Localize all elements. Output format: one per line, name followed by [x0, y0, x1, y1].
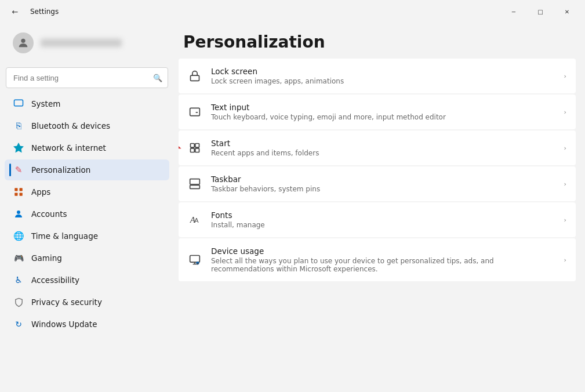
- title-bar: ← Settings − □ ✕: [0, 0, 585, 23]
- nav-label-gaming: Gaming: [31, 253, 161, 263]
- system-icon: [13, 98, 24, 110]
- nav-item-network[interactable]: Network & internet: [5, 137, 169, 158]
- setting-item-lock-screen[interactable]: Lock screen Lock screen images, apps, an…: [179, 59, 576, 93]
- start-desc: Recent apps and items, folders: [211, 149, 555, 157]
- nav-item-personalization[interactable]: ✎ Personalization: [5, 159, 169, 180]
- svg-rect-19: [195, 144, 199, 148]
- nav-label-system: System: [31, 99, 161, 108]
- nav-label-privacy: Privacy & security: [31, 297, 161, 307]
- title-bar-left: ← Settings: [7, 3, 59, 20]
- svg-rect-18: [191, 144, 195, 148]
- svg-text:A: A: [194, 217, 199, 224]
- setting-item-fonts[interactable]: A A Fonts Install, manage ›: [179, 202, 576, 237]
- maximize-button[interactable]: □: [527, 2, 554, 21]
- nav-item-bluetooth[interactable]: ⎘ Bluetooth & devices: [5, 115, 169, 136]
- nav-label-apps: Apps: [31, 187, 161, 197]
- sidebar: 🔍 System ⎘ Bluetooth & devices Network &…: [0, 23, 174, 392]
- user-profile[interactable]: [5, 26, 169, 60]
- time-icon: 🌐: [13, 230, 24, 242]
- text-input-desc: Touch keyboard, voice typing, emoji and …: [211, 113, 555, 121]
- svg-marker-2: [14, 144, 23, 152]
- avatar: [13, 32, 34, 53]
- taskbar-chevron: ›: [564, 180, 566, 188]
- gaming-icon: 🎮: [13, 252, 24, 264]
- taskbar-icon: [188, 177, 202, 191]
- device-usage-title: Device usage: [211, 246, 555, 256]
- setting-item-text-input[interactable]: Text input Touch keyboard, voice typing,…: [179, 95, 576, 129]
- svg-rect-6: [14, 193, 17, 196]
- svg-rect-22: [190, 186, 200, 189]
- device-usage-icon: ✓: [188, 253, 202, 267]
- personalization-icon: ✎: [13, 164, 24, 176]
- nav-label-accessibility: Accessibility: [31, 275, 161, 285]
- nav-label-time: Time & language: [31, 231, 161, 241]
- back-button[interactable]: ←: [7, 3, 23, 20]
- nav-item-accessibility[interactable]: ♿ Accessibility: [5, 270, 169, 291]
- search-icon: 🔍: [153, 74, 162, 82]
- svg-point-7: [17, 210, 20, 214]
- update-icon: ↻: [13, 318, 24, 330]
- setting-item-start[interactable]: Start Recent apps and items, folders ›: [179, 130, 576, 165]
- lock-screen-title: Lock screen: [211, 67, 555, 76]
- accessibility-icon: ♿: [13, 274, 24, 286]
- svg-rect-1: [14, 100, 23, 106]
- fonts-icon: A A: [188, 213, 202, 227]
- nav-label-network: Network & internet: [31, 143, 161, 153]
- svg-rect-5: [20, 193, 23, 196]
- bluetooth-icon: ⎘: [13, 120, 24, 132]
- lock-screen-icon: [188, 69, 202, 83]
- start-chevron: ›: [564, 144, 566, 152]
- main-layout: 🔍 System ⎘ Bluetooth & devices Network &…: [0, 23, 585, 392]
- nav-item-gaming[interactable]: 🎮 Gaming: [5, 248, 169, 268]
- nav-item-update[interactable]: ↻ Windows Update: [5, 314, 169, 335]
- lock-screen-chevron: ›: [564, 72, 566, 80]
- svg-rect-3: [14, 188, 17, 191]
- accounts-icon: [13, 208, 24, 220]
- device-usage-chevron: ›: [564, 256, 566, 264]
- page-title: Personalization: [179, 23, 576, 59]
- nav-item-system[interactable]: System: [5, 93, 169, 114]
- svg-rect-20: [191, 148, 195, 153]
- text-input-icon: [188, 105, 202, 119]
- nav-item-time[interactable]: 🌐 Time & language: [5, 226, 169, 246]
- device-usage-desc: Select all the ways you plan to use your…: [211, 257, 555, 273]
- lock-screen-desc: Lock screen images, apps, animations: [211, 77, 555, 85]
- search-container: 🔍: [6, 67, 168, 88]
- search-input[interactable]: [6, 67, 168, 88]
- setting-item-device-usage[interactable]: ✓ Device usage Select all the ways you p…: [179, 238, 576, 281]
- taskbar-text: Taskbar Taskbar behaviors, system pins: [211, 175, 555, 193]
- nav-label-bluetooth: Bluetooth & devices: [31, 121, 161, 130]
- content-area: Personalization Lock screen Lock screen …: [174, 23, 585, 392]
- fonts-chevron: ›: [564, 216, 566, 224]
- taskbar-desc: Taskbar behaviors, system pins: [211, 185, 555, 193]
- start-icon: [188, 141, 202, 155]
- svg-text:✓: ✓: [197, 263, 199, 265]
- nav-item-apps[interactable]: Apps: [5, 182, 169, 202]
- text-input-chevron: ›: [564, 108, 566, 116]
- nav-item-accounts[interactable]: Accounts: [5, 204, 169, 224]
- setting-item-taskbar[interactable]: Taskbar Taskbar behaviors, system pins ›: [179, 166, 576, 201]
- lock-screen-text: Lock screen Lock screen images, apps, an…: [211, 67, 555, 85]
- red-arrow-annotation: [179, 138, 184, 158]
- text-input-text: Text input Touch keyboard, voice typing,…: [211, 103, 555, 121]
- svg-point-0: [21, 39, 25, 43]
- close-button[interactable]: ✕: [554, 2, 580, 21]
- network-icon: [13, 142, 24, 154]
- taskbar-title: Taskbar: [211, 175, 555, 184]
- fonts-text: Fonts Install, manage: [211, 210, 555, 229]
- user-name: [41, 39, 122, 47]
- svg-rect-9: [190, 108, 200, 115]
- svg-rect-26: [190, 256, 200, 263]
- app-title: Settings: [30, 8, 59, 16]
- device-usage-text: Device usage Select all the ways you pla…: [211, 246, 555, 273]
- text-input-title: Text input: [211, 103, 555, 112]
- nav-label-update: Windows Update: [31, 320, 161, 329]
- fonts-desc: Install, manage: [211, 221, 555, 229]
- fonts-title: Fonts: [211, 210, 555, 220]
- minimize-button[interactable]: −: [500, 2, 527, 21]
- start-text: Start Recent apps and items, folders: [211, 139, 555, 157]
- window-controls: − □ ✕: [500, 2, 580, 21]
- apps-icon: [13, 186, 24, 198]
- svg-rect-8: [191, 75, 199, 81]
- nav-item-privacy[interactable]: Privacy & security: [5, 292, 169, 313]
